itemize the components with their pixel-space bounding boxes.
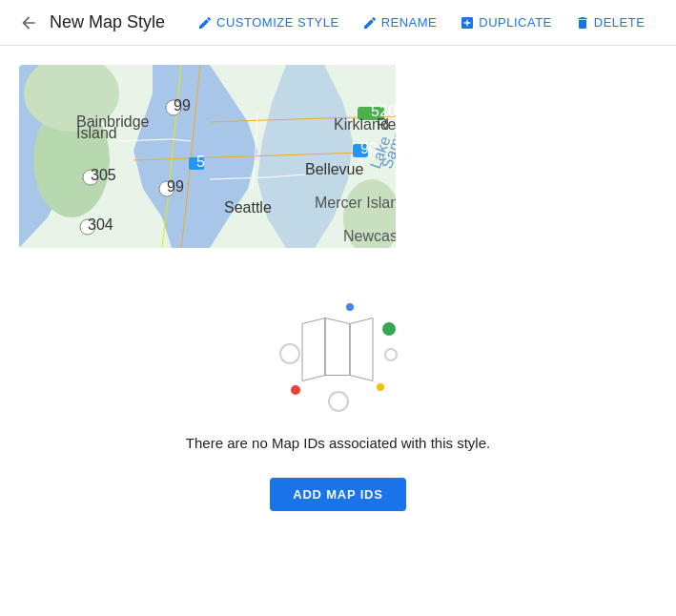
customize-label: CUSTOMIZE STYLE <box>216 15 339 30</box>
svg-text:Seattle: Seattle <box>224 199 272 216</box>
trash-icon <box>575 15 590 31</box>
map-fold-svg <box>300 317 377 383</box>
svg-text:99: 99 <box>167 178 184 195</box>
main-content: 5 90 520 99 99 305 304 5 Seattle <box>0 46 676 530</box>
empty-state: There are no Map IDs associated with thi… <box>19 286 657 511</box>
svg-text:99: 99 <box>174 97 191 113</box>
duplicate-label: DUPLICATE <box>479 15 552 30</box>
svg-text:Bellevue: Bellevue <box>305 161 363 177</box>
map-illustration <box>262 286 415 420</box>
dot-outline-right <box>384 348 398 361</box>
dot-red <box>291 385 300 395</box>
customize-style-button[interactable]: CUSTOMIZE STYLE <box>188 10 349 36</box>
dot-outline-tl <box>279 343 300 364</box>
map-svg: 5 90 520 99 99 305 304 5 Seattle <box>19 65 396 248</box>
svg-text:Island: Island <box>76 125 117 141</box>
svg-text:305: 305 <box>91 167 116 183</box>
back-button[interactable] <box>15 10 42 36</box>
rename-icon <box>362 15 378 31</box>
rename-button[interactable]: RENAME <box>353 10 447 36</box>
dot-green-right <box>382 322 396 336</box>
svg-text:Newcastle: Newcastle <box>343 228 396 244</box>
dot-yellow <box>377 383 384 391</box>
back-arrow-icon <box>19 13 38 32</box>
customize-icon <box>197 15 213 31</box>
svg-text:304: 304 <box>88 216 113 233</box>
duplicate-icon <box>460 15 475 31</box>
header-actions: CUSTOMIZE STYLE RENAME DUPLICATE DELETE <box>188 10 654 36</box>
duplicate-button[interactable]: DUPLICATE <box>450 10 562 36</box>
dot-outline-bottom <box>328 391 349 412</box>
dot-blue-top <box>346 303 354 311</box>
add-map-ids-button[interactable]: ADD MAP IDS <box>270 478 406 511</box>
empty-message: There are no Map IDs associated with thi… <box>186 435 490 451</box>
map-preview: 5 90 520 99 99 305 304 5 Seattle <box>19 65 396 248</box>
svg-text:5: 5 <box>196 154 205 170</box>
svg-text:Mercer Island: Mercer Island <box>315 195 396 211</box>
delete-label: DELETE <box>594 15 645 30</box>
header: New Map Style CUSTOMIZE STYLE RENAME DUP… <box>0 0 676 46</box>
rename-label: RENAME <box>381 15 438 30</box>
page-title: New Map Style <box>50 12 165 32</box>
delete-button[interactable]: DELETE <box>565 10 655 36</box>
